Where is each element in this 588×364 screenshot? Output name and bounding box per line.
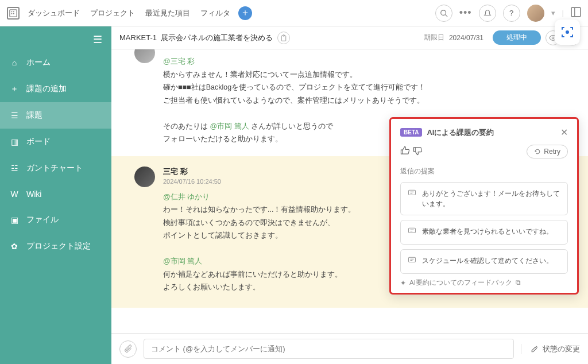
- board-icon: ▥: [9, 137, 20, 146]
- gantt-icon: ☳: [9, 164, 20, 173]
- issue-header-bar: MARKET-1 展示会パネルの施工業者を決める 期限日 2024/07/31 …: [111, 26, 588, 49]
- svg-rect-14: [409, 228, 416, 233]
- sparkle-icon: ✦: [400, 279, 406, 287]
- global-topbar: ダッシュボード プロジェクト 最近見た項目 フィルタ ＋ ••• ? ▾ |: [0, 0, 588, 26]
- svg-rect-2: [11, 13, 13, 14]
- sidebar-item-wiki[interactable]: W Wiki: [0, 181, 111, 207]
- sidebar-item-label: 課題の追加: [26, 84, 67, 94]
- comment-avatar: [134, 49, 155, 63]
- gear-icon: ✿: [9, 242, 20, 251]
- nav-dashboard[interactable]: ダッシュボード: [28, 8, 80, 18]
- sidebar-item-add-issue[interactable]: ＋ 課題の追加: [0, 76, 111, 102]
- ai-feedback-link[interactable]: ✦ AI要約についてのフィードバック ⧉: [400, 278, 568, 287]
- project-sidebar: ☰ ⌂ ホーム ＋ 課題の追加 ☰ 課題 ▥ ボード ☳ ガントチャート W W…: [0, 26, 111, 364]
- mention[interactable]: @市岡 篤人: [163, 257, 202, 265]
- ai-suggestions-heading: 返信の提案: [400, 166, 568, 176]
- user-menu-chevron-icon[interactable]: ▾: [551, 9, 555, 17]
- svg-rect-4: [13, 13, 14, 14]
- nav-recent[interactable]: 最近見た項目: [145, 8, 190, 18]
- comment-input[interactable]: [144, 339, 514, 359]
- ai-suggestion-item[interactable]: スケジュールを確認して進めてください。: [400, 249, 568, 274]
- nav-filter[interactable]: フィルタ: [200, 8, 230, 18]
- due-date-value: 2024/07/31: [449, 34, 483, 42]
- user-avatar[interactable]: [527, 5, 544, 22]
- sidebar-item-label: Wiki: [26, 189, 41, 199]
- svg-rect-13: [409, 190, 416, 195]
- mention[interactable]: @三宅 彩: [163, 57, 195, 65]
- ai-summary-panel: BETA AIによる課題の要約 ✕ Retry 返信の提案: [389, 117, 579, 295]
- svg-point-5: [440, 10, 446, 15]
- reply-icon: [408, 227, 416, 238]
- ai-panel-title: AIによる課題の要約: [427, 127, 494, 138]
- sidebar-item-label: ボード: [26, 137, 51, 147]
- sidebar-item-issues[interactable]: ☰ 課題: [0, 102, 111, 129]
- ai-suggestion-item[interactable]: 素敵な業者を見つけられるといいですね。: [400, 220, 568, 245]
- sidebar-item-label: ファイル: [26, 215, 59, 225]
- global-nav: ダッシュボード プロジェクト 最近見た項目 フィルタ: [28, 8, 230, 18]
- notifications-icon[interactable]: [479, 5, 496, 22]
- list-icon: ☰: [9, 111, 20, 120]
- attachment-icon[interactable]: [119, 340, 137, 358]
- beta-badge: BETA: [400, 128, 422, 137]
- due-date-label: 期限日: [424, 33, 444, 42]
- more-menu-icon[interactable]: •••: [459, 7, 472, 19]
- sidebar-toggle-icon[interactable]: ☰: [84, 26, 111, 49]
- close-icon[interactable]: ✕: [560, 127, 568, 138]
- ai-scan-button[interactable]: [555, 20, 580, 45]
- main-panel: MARKET-1 展示会パネルの施工業者を決める 期限日 2024/07/31 …: [111, 26, 588, 364]
- svg-point-9: [566, 30, 569, 34]
- svg-rect-15: [409, 257, 416, 262]
- sidebar-item-home[interactable]: ⌂ ホーム: [0, 49, 111, 76]
- mention[interactable]: @市岡 篤人: [210, 122, 249, 130]
- change-status-button[interactable]: 状態の変更: [521, 344, 580, 354]
- sidebar-item-files[interactable]: ▣ ファイル: [0, 207, 111, 233]
- comment-compose-bar: 状態の変更: [111, 333, 588, 364]
- help-icon[interactable]: ?: [503, 5, 520, 22]
- folder-icon: ▣: [9, 215, 20, 224]
- mention[interactable]: @仁井 ゆかり: [163, 193, 210, 201]
- sidebar-item-board[interactable]: ▥ ボード: [0, 129, 111, 155]
- status-pill[interactable]: 処理中: [493, 30, 541, 45]
- sidebar-item-label: 課題: [26, 110, 42, 121]
- issue-key: MARKET-1: [119, 33, 157, 42]
- sidebar-item-label: プロジェクト設定: [26, 241, 91, 251]
- clipboard-icon[interactable]: [277, 32, 290, 44]
- comment-avatar: [134, 166, 155, 187]
- sidebar-item-label: ガントチャート: [26, 163, 83, 173]
- sidebar-item-gantt[interactable]: ☳ ガントチャート: [0, 155, 111, 181]
- thumbs-up-icon[interactable]: [400, 146, 413, 157]
- svg-rect-1: [11, 11, 13, 12]
- svg-rect-7: [571, 7, 581, 17]
- svg-rect-10: [282, 36, 287, 41]
- reply-icon: [408, 189, 416, 200]
- external-icon: ⧉: [516, 279, 521, 286]
- issue-title: 展示会パネルの施工業者を決める: [161, 33, 273, 42]
- wiki-icon: W: [9, 189, 20, 199]
- svg-rect-3: [13, 11, 14, 12]
- ai-suggestion-item[interactable]: ありがとうございます！メールをお待ちしています。: [400, 182, 568, 215]
- svg-point-12: [552, 37, 554, 39]
- global-add-button[interactable]: ＋: [238, 6, 252, 20]
- thumbs-down-icon[interactable]: [413, 146, 425, 157]
- home-icon: ⌂: [9, 58, 20, 67]
- sidebar-item-label: ホーム: [26, 57, 51, 68]
- nav-project[interactable]: プロジェクト: [90, 8, 135, 18]
- project-logo-icon[interactable]: [7, 7, 20, 20]
- reply-icon: [408, 256, 416, 268]
- search-icon[interactable]: [435, 5, 452, 22]
- svg-line-6: [445, 14, 447, 17]
- plus-icon: ＋: [9, 84, 20, 94]
- app-switcher-icon[interactable]: [571, 7, 581, 19]
- sidebar-item-settings[interactable]: ✿ プロジェクト設定: [0, 233, 111, 260]
- retry-button[interactable]: Retry: [527, 145, 568, 158]
